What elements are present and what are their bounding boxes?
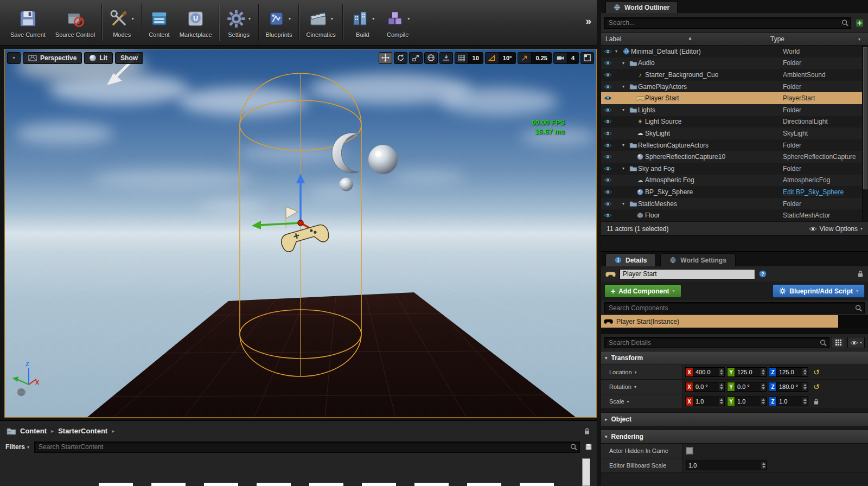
scale-snap-control[interactable]: 0.25 [518, 52, 551, 64]
spinner-icon[interactable] [719, 383, 724, 391]
visibility-eye-icon[interactable] [601, 49, 614, 54]
tab-details[interactable]: Details [605, 253, 656, 266]
scale-snap-value[interactable]: 0.25 [531, 53, 551, 63]
visibility-eye-icon[interactable] [601, 189, 614, 195]
transform-gizmo[interactable] [252, 174, 309, 229]
visibility-eye-icon[interactable] [601, 143, 614, 148]
maximize-viewport-button[interactable] [580, 52, 594, 64]
expand-caret-icon[interactable]: ▾ [622, 143, 628, 148]
save-search-icon[interactable] [585, 443, 592, 451]
asset-tile-clipped[interactable] [414, 483, 449, 486]
outliner-row-spherereflectioncapture10[interactable]: SphereReflectionCapture10SphereReflectio… [601, 151, 868, 163]
component-player-start-instance[interactable]: Player Start(Instance) [601, 315, 838, 328]
outliner-row-player-start[interactable]: Player StartPlayerStart [601, 92, 868, 104]
section-transform[interactable]: ▾ Transform [601, 351, 868, 365]
world-help-icon[interactable] [17, 388, 25, 396]
outliner-row-audio[interactable]: ▾AudioFolder [601, 57, 868, 69]
tab-world-settings[interactable]: World Settings [660, 253, 735, 266]
toolbar-button-blueprints[interactable]: ▼Blueprints [261, 1, 297, 44]
spinner-icon[interactable] [761, 462, 766, 469]
viewport-options-button[interactable]: ▾ [7, 52, 21, 64]
help-icon[interactable]: ? [759, 270, 767, 278]
spinner-icon[interactable] [761, 383, 765, 391]
reflection-capture-gizmo[interactable] [332, 133, 359, 173]
chevron-down-icon[interactable]: ▾ [627, 399, 629, 404]
add-component-button[interactable]: + Add Component ▾ [604, 284, 681, 298]
column-header-label[interactable]: Label ▲ [601, 35, 770, 43]
visibility-eye-icon[interactable] [601, 84, 614, 89]
add-filter-icon[interactable] [854, 17, 865, 28]
outliner-row-staticmeshes[interactable]: ▾StaticMeshesFolder [601, 198, 868, 210]
outliner-row-starter-background-cue[interactable]: ♪Starter_Background_CueAmbientSound [601, 69, 868, 81]
chevron-down-icon[interactable]: ▾ [635, 370, 637, 375]
spinner-icon[interactable] [719, 368, 724, 376]
view-options-button[interactable]: View Options ▾ [809, 225, 863, 233]
outliner-search-input[interactable] [604, 17, 851, 29]
panel-splitter[interactable] [601, 235, 868, 252]
toolbar-button-compile[interactable]: ▼Compile [380, 1, 416, 44]
outliner-row-sky-and-fog[interactable]: ▾Sky and FogFolder [601, 163, 868, 175]
asset-tile-clipped[interactable] [151, 483, 186, 486]
spinner-icon[interactable] [761, 398, 765, 405]
folder-tree-icon[interactable] [7, 427, 16, 435]
section-rendering[interactable]: ▾ Rendering [601, 430, 868, 444]
rotation-x-input[interactable]: 0.0 ° [693, 382, 725, 392]
location-y-input[interactable]: 125.0 [735, 367, 767, 377]
asset-tile-clipped[interactable] [467, 483, 501, 486]
content-search-input[interactable] [34, 442, 580, 453]
outliner-scrollbar[interactable] [862, 46, 868, 221]
asset-tile-clipped[interactable] [99, 483, 133, 486]
outliner-row-gameplayactors[interactable]: ▾GamePlayActorsFolder [601, 81, 868, 93]
visibility-eye-icon[interactable] [601, 119, 614, 124]
expand-caret-icon[interactable]: ▾ [622, 84, 628, 89]
perspective-button[interactable]: Perspective [23, 52, 82, 64]
column-header-type[interactable]: Type ▾ [770, 35, 868, 43]
rotation-y-input[interactable]: 0.0 ° [735, 382, 767, 392]
expand-caret-icon[interactable]: ▾ [622, 107, 628, 112]
toolbar-button-save-current[interactable]: Save Current [5, 1, 50, 44]
grid-snap-value[interactable]: 10 [468, 53, 483, 63]
rotate-tool-button[interactable] [394, 52, 407, 64]
rotation-snap-control[interactable]: 10° [485, 52, 516, 64]
move-tool-button[interactable] [379, 52, 392, 64]
blueprint-add-script-button[interactable]: Blueprint/Add Script ▾ [773, 284, 865, 298]
chrome-sphere-large[interactable] [368, 145, 398, 174]
location-x-input[interactable]: 400.0 [693, 367, 725, 377]
toolbar-button-source-control[interactable]: Source Control [50, 1, 100, 44]
breadcrumb-item-content[interactable]: Content [20, 427, 47, 435]
expand-caret-icon[interactable]: ▾ [622, 61, 628, 66]
visibility-eye-icon[interactable] [601, 166, 614, 171]
asset-tile-clipped[interactable] [362, 483, 396, 486]
location-z-input[interactable]: 125.0 [777, 367, 808, 377]
grid-snap-control[interactable]: 10 [455, 52, 483, 64]
scale-tool-button[interactable] [409, 52, 423, 64]
tab-world-outliner[interactable]: World Outliner [605, 1, 678, 13]
editor-billboard-scale-input[interactable]: 1.0 [686, 461, 767, 470]
asset-tile-clipped[interactable] [204, 483, 238, 486]
asset-tile-clipped[interactable] [257, 483, 291, 486]
outliner-row-light-source[interactable]: ☀Light SourceDirectionalLight [601, 116, 868, 128]
show-menu-button[interactable]: Show [115, 52, 143, 64]
camera-speed-control[interactable]: 4 [553, 52, 579, 64]
scale-x-input[interactable]: 1.0 [693, 397, 725, 406]
scale-y-input[interactable]: 1.0 [735, 397, 767, 406]
floor-mesh[interactable] [87, 292, 576, 417]
visibility-eye-icon[interactable] [601, 131, 614, 136]
asset-tile-clipped[interactable] [309, 483, 343, 486]
toolbar-overflow-chevron[interactable]: » [585, 15, 591, 27]
toolbar-button-content[interactable]: Content [144, 1, 175, 44]
content-scrollbar[interactable] [582, 458, 590, 486]
camera-speed-value[interactable]: 4 [567, 53, 578, 63]
expand-caret-icon[interactable]: ▾ [622, 201, 628, 206]
world-coordinate-button[interactable] [424, 52, 438, 64]
checkbox-actor-hidden-in-game[interactable] [686, 447, 693, 455]
scrollbar-thumb[interactable] [863, 47, 867, 189]
visibility-eye-icon[interactable] [601, 107, 614, 113]
toolbar-button-modes[interactable]: ▼Modes [104, 1, 139, 44]
outliner-row-lights[interactable]: ▾LightsFolder [601, 104, 868, 116]
breadcrumb-item-startercontent[interactable]: StarterContent [58, 427, 107, 435]
outliner-row-bp-sky-sphere[interactable]: BP_Sky_SphereEdit BP_Sky_Sphere [601, 186, 868, 198]
viewport[interactable]: Z X 60.00 FPS 16.67 ms ▾ Perspective Lit [4, 49, 597, 418]
lock-icon[interactable] [857, 270, 864, 278]
visibility-eye-icon[interactable] [601, 213, 614, 218]
